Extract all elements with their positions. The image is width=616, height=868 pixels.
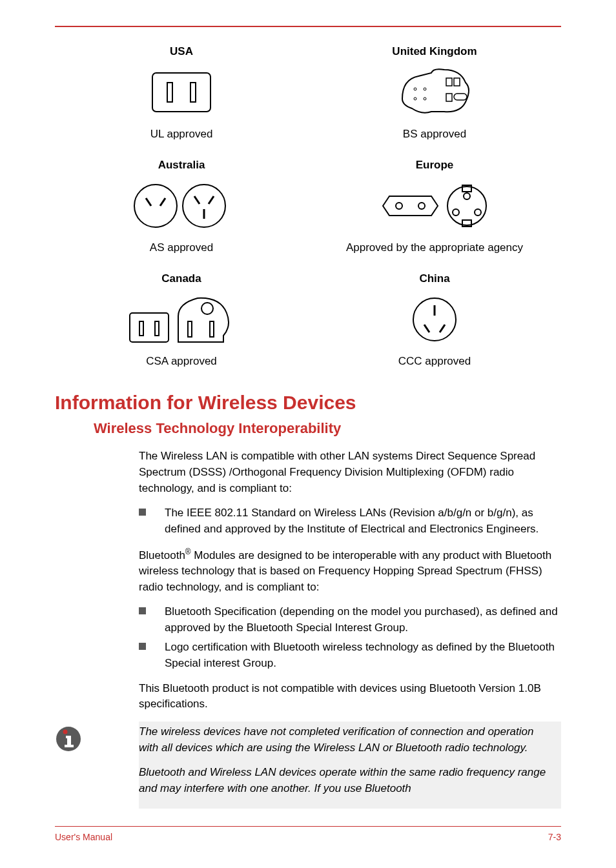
svg-rect-1 (167, 83, 172, 102)
plug-approval-label: CSA approved (68, 354, 295, 369)
plug-cell-china: China CCC approved (308, 267, 561, 381)
body-content: The Wireless LAN is compatible with othe… (139, 449, 561, 712)
plug-cell-canada: Canada CSA approved (55, 267, 308, 381)
list-item: Bluetooth Specification (depending on th… (139, 604, 561, 636)
svg-point-37 (63, 730, 68, 734)
svg-rect-30 (188, 321, 192, 337)
svg-line-12 (146, 198, 151, 206)
plug-cell-europe: Europe Approved by the appropriate agenc… (308, 154, 561, 267)
registered-mark: ® (185, 547, 191, 556)
svg-line-35 (440, 325, 445, 332)
sub-heading: Wireless Technology Interoperability (94, 420, 561, 437)
header-rule (55, 26, 561, 27)
info-icon (55, 722, 139, 809)
plug-approval-label: BS approved (321, 126, 548, 142)
svg-line-34 (424, 325, 429, 332)
svg-rect-40 (65, 745, 74, 747)
plug-table: USA UL approved United Kingdom (55, 40, 561, 380)
svg-point-24 (475, 209, 481, 216)
plug-approval-label: CCC approved (321, 354, 548, 369)
text: Bluetooth (139, 549, 185, 561)
svg-point-14 (183, 185, 225, 227)
plug-cell-usa: USA UL approved (55, 40, 308, 154)
svg-rect-27 (139, 321, 143, 336)
plug-approval-label: Approved by the appropriate agency (321, 240, 548, 256)
svg-rect-5 (446, 94, 452, 101)
svg-line-16 (209, 196, 214, 204)
svg-point-18 (396, 203, 402, 209)
footer-right: 7-3 (548, 832, 561, 842)
plug-approval-label: AS approved (68, 240, 295, 256)
footer-left: User's Manual (55, 832, 112, 842)
svg-rect-31 (210, 321, 214, 337)
page-footer: User's Manual 7-3 (55, 826, 561, 842)
svg-rect-2 (190, 83, 196, 102)
plug-cell-australia: Australia AS approved (55, 154, 308, 267)
uk-plug-icon (321, 63, 548, 121)
plug-region-label: Canada (68, 272, 295, 285)
text: Modules are designed to be interoperable… (139, 549, 551, 592)
plug-region-label: Australia (68, 159, 295, 172)
bullet-list: The IEEE 802.11 Standard on Wireless LAN… (139, 505, 561, 537)
svg-point-10 (424, 97, 426, 100)
svg-point-7 (414, 88, 416, 90)
note-text: The wireless devices have not completed … (139, 722, 555, 809)
svg-point-8 (424, 88, 426, 90)
note-paragraph: The wireless devices have not completed … (139, 724, 555, 756)
europe-plug-icon (321, 177, 548, 235)
svg-point-23 (453, 209, 459, 216)
plug-region-label: Europe (321, 159, 548, 172)
plug-region-label: United Kingdom (321, 45, 548, 58)
note-paragraph: Bluetooth and Wireless LAN devices opera… (139, 765, 555, 796)
plug-region-label: USA (68, 45, 295, 58)
svg-point-32 (413, 298, 456, 341)
paragraph: Bluetooth® Modules are designed to be in… (139, 547, 561, 596)
plug-cell-uk: United Kingdom BS approved (308, 40, 561, 154)
paragraph: The Wireless LAN is compatible with othe… (139, 449, 561, 496)
svg-rect-0 (152, 73, 210, 112)
svg-rect-3 (446, 78, 452, 86)
canada-plug-icon (68, 290, 295, 348)
svg-rect-26 (130, 313, 169, 342)
paragraph: This Bluetooth product is not compatible… (139, 681, 561, 712)
svg-rect-28 (155, 321, 159, 336)
note-block: The wireless devices have not completed … (55, 722, 561, 809)
svg-rect-6 (454, 94, 467, 100)
svg-line-15 (194, 196, 200, 204)
section-heading: Information for Wireless Devices (55, 392, 561, 414)
svg-rect-4 (454, 78, 460, 86)
svg-point-29 (201, 303, 213, 314)
list-item: The IEEE 802.11 Standard on Wireless LAN… (139, 505, 561, 537)
australia-plug-icon (68, 177, 295, 235)
bullet-list: Bluetooth Specification (depending on th… (139, 604, 561, 672)
svg-point-22 (464, 193, 470, 199)
china-plug-icon (321, 290, 548, 348)
svg-point-11 (134, 185, 177, 227)
svg-point-9 (414, 97, 416, 100)
list-item: Logo certification with Bluetooth wirele… (139, 640, 561, 671)
plug-approval-label: UL approved (68, 126, 295, 142)
svg-rect-39 (67, 736, 71, 746)
svg-line-13 (160, 198, 165, 206)
plug-region-label: China (321, 272, 548, 285)
usa-plug-icon (68, 63, 295, 121)
svg-point-19 (418, 203, 425, 209)
